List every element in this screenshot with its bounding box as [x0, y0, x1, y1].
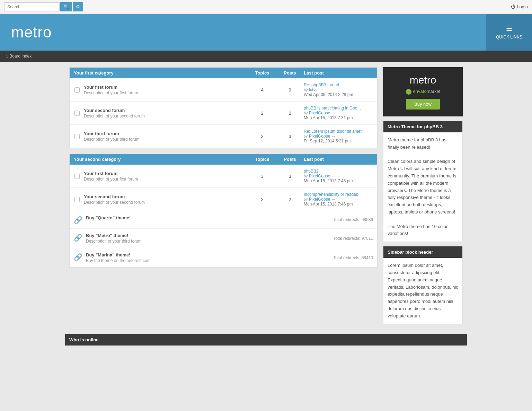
last-post-author[interactable]: PixelGoose: [309, 111, 330, 115]
sidebar-block-body-2: Lorem ipsum dolor sit amet, consectetur …: [383, 258, 462, 324]
table-row: ▢ Your first forum Description of your f…: [70, 78, 377, 102]
posts-count: 9: [276, 87, 304, 93]
login-link[interactable]: ⏻ Login: [511, 4, 528, 9]
last-post-date: Fri Sep 12, 2014 5:31 pm: [304, 139, 351, 143]
sidebar-ad-title: metro: [390, 74, 456, 86]
forum-name-link[interactable]: Your first forum: [84, 85, 117, 90]
last-post-date: Mon Apr 15, 2013 7:31 pm: [304, 115, 353, 120]
breadcrumb-bar: ⌂ Board index: [0, 51, 532, 62]
last-post: phpBB is participating in Goo... by Pixe…: [304, 106, 373, 120]
last-post-author[interactable]: PixelGoose: [309, 134, 330, 139]
last-post-date: Mon Apr 15, 2013 7:46 pm: [304, 202, 353, 207]
forum-name-link[interactable]: Your first forum: [84, 171, 117, 176]
who-online-label: Who is online: [69, 337, 99, 342]
arrow-icon: →: [331, 111, 336, 115]
last-post-title[interactable]: phpBB2: [304, 169, 319, 174]
breadcrumb-board-index: Board index: [9, 54, 32, 59]
forum-icon: ▢: [74, 108, 80, 117]
table-row: ▢ Your first forum Description of your f…: [70, 165, 377, 188]
by-label: by: [304, 197, 308, 201]
last-post-date: Wed Apr 09, 2014 2:28 pm: [304, 92, 353, 97]
forum-icon: ▢: [74, 85, 80, 94]
market-text: market: [427, 89, 441, 94]
sidebar-block-header-2: Sidebar block header: [383, 246, 462, 258]
sidebar-block-header-1: Metro Theme for phpBB 3: [383, 121, 462, 132]
last-post-author[interactable]: PixelGoose: [309, 174, 330, 178]
last-post-title[interactable]: Incomprehensibility or readab...: [304, 192, 362, 197]
forum-name-link[interactable]: Your third forum: [84, 131, 119, 136]
forum-name-link[interactable]: Buy "Metro" theme!: [86, 233, 128, 238]
buy-button[interactable]: Buy now: [406, 99, 440, 110]
forum-desc: Description of your third forum: [86, 239, 142, 244]
by-label: by: [304, 88, 308, 92]
forum-content: Your first category Topics Posts Last po…: [69, 67, 378, 329]
forum-info: ▢ Your second forum Description of your …: [74, 194, 248, 205]
forum-icon: ▢: [74, 172, 80, 180]
category-header-1: Your first category Topics Posts Last po…: [70, 68, 377, 78]
hero-title-area: metro: [0, 14, 486, 51]
envato-dot: ⬤: [406, 88, 412, 95]
redirect-total: Total redirects: 68536: [333, 217, 373, 222]
forum-info: ▢ Your second forum Description of your …: [74, 108, 248, 119]
posts-count: 2: [276, 111, 304, 116]
main-container: Your first category Topics Posts Last po…: [65, 67, 467, 329]
category-title-1: Your first category: [74, 70, 248, 76]
quick-links-button[interactable]: ☰ QUICK LINKS: [486, 14, 532, 51]
category-block-1: Your first category Topics Posts Last po…: [69, 67, 378, 148]
table-row: 🔗 Buy "Marina" theme! Buy the theme on t…: [70, 248, 377, 267]
last-post-title[interactable]: phpBB is participating in Goo...: [304, 106, 361, 111]
table-row: 🔗 Buy "Quarto" theme! Total redirects: 6…: [70, 211, 377, 229]
forum-name-link[interactable]: Buy "Marina" theme!: [86, 252, 131, 257]
who-online-bar: Who is online: [65, 334, 467, 346]
forum-desc: Description of your first forum.: [84, 90, 139, 95]
last-post-author[interactable]: PixelGoose: [309, 197, 330, 202]
forum-name-link[interactable]: Your second forum: [84, 108, 125, 113]
hero-banner: metro ☰ QUICK LINKS: [0, 14, 532, 51]
settings-button[interactable]: ⚙: [73, 2, 83, 11]
last-post-date: Mon Apr 15, 2013 7:45 pm: [304, 178, 353, 183]
forum-icon: ▢: [74, 195, 80, 203]
forum-icon: ▢: [74, 132, 80, 140]
arrow-icon: →: [331, 197, 336, 202]
topics-count: 4: [248, 87, 276, 93]
sidebar: metro ⬤ envatomarket Buy now Metro Theme…: [383, 67, 463, 329]
hamburger-icon: ☰: [506, 25, 512, 32]
last-post-author[interactable]: lutvia: [309, 87, 319, 92]
by-label: by: [304, 134, 308, 138]
forum-info: 🔗 Buy "Quarto" theme!: [74, 215, 333, 224]
last-post: Re: Lorem ipsum dolor sit amet by PixelG…: [304, 129, 373, 143]
sidebar-block-lorem: Sidebar block header Lorem ipsum dolor s…: [383, 246, 463, 324]
forum-desc: Description of your second forum: [84, 114, 145, 119]
envato-label: envatomarket: [413, 89, 441, 94]
last-post-title[interactable]: Re: Lorem ipsum dolor sit amet: [304, 129, 362, 134]
search-button[interactable]: 🔍: [60, 2, 72, 11]
forum-info: 🔗 Buy "Metro" theme! Description of your…: [74, 233, 333, 244]
col-posts-2: Posts: [276, 157, 304, 162]
site-title: metro: [11, 24, 475, 41]
forum-desc: Buy the theme on themeforest.com: [86, 258, 151, 263]
col-lastpost-1: Last post: [304, 70, 373, 76]
forum-name-link[interactable]: Your second forum: [84, 194, 125, 199]
table-row: 🔗 Buy "Metro" theme! Description of your…: [70, 229, 377, 248]
who-online-section: Who is online: [0, 334, 532, 346]
category-header-2: Your second category Topics Posts Last p…: [70, 154, 377, 165]
forum-desc: Description of your second forum: [84, 200, 145, 205]
envato-logo: ⬤ envatomarket: [390, 88, 456, 95]
topics-count: 3: [248, 174, 276, 179]
category-title-2: Your second category: [74, 157, 248, 162]
last-post: Re: phpBB3 thread by lutvia → Wed Apr 09…: [304, 82, 373, 97]
search-input[interactable]: [4, 2, 60, 11]
col-topics-2: Topics: [248, 157, 276, 162]
breadcrumb-home[interactable]: ⌂ Board index: [6, 54, 32, 59]
sidebar-block-body-1: Metro theme for phpBB 3 has finally been…: [383, 132, 462, 242]
search-area: 🔍 ⚙: [4, 2, 83, 11]
category-block-2: Your second category Topics Posts Last p…: [69, 154, 378, 268]
last-post-title[interactable]: Re: phpBB3 thread: [304, 82, 339, 87]
power-icon: ⏻: [511, 4, 515, 9]
col-posts-1: Posts: [276, 70, 304, 76]
posts-count: 2: [276, 197, 304, 202]
posts-count: 3: [276, 174, 304, 179]
forum-info: ▢ Your third forum Description of your t…: [74, 131, 248, 142]
forum-name-link[interactable]: Buy "Quarto" theme!: [86, 215, 131, 220]
redirect-icon: 🔗: [74, 234, 82, 242]
